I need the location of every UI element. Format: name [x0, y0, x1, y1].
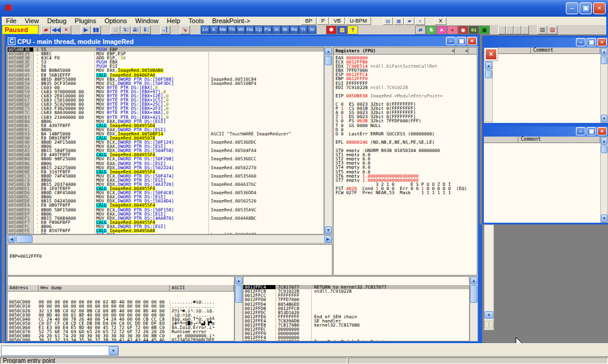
disasm-row[interactable]: 0050BEEF.8B06MOV EAX,DWORD PTR DS:[ESI] [8, 212, 324, 216]
view-button-pa[interactable]: Pa [263, 26, 272, 34]
execute-till-return-icon[interactable]: →▏ [160, 26, 170, 34]
stack-row[interactable]: 0012FFEC00000000 [243, 327, 469, 331]
disasm-row[interactable]: 0050BE56.C603 00MOV BYTE PTR DS:[EBX],0 [8, 86, 324, 90]
scrollbar[interactable]: ▼ ⣿ [484, 224, 494, 330]
disasm-row[interactable]: 0050BED1.E8 1E97F8FFCALL ImageRed.004955… [8, 186, 324, 191]
scroll-up-icon[interactable]: ▲ [235, 277, 242, 284]
minimize-button[interactable]: – [446, 37, 455, 45]
minimize-button[interactable]: – [576, 38, 585, 46]
menubar-close-button[interactable]: X [435, 17, 446, 25]
help-question-icon[interactable]: ? [347, 26, 358, 34]
scroll-thumb[interactable] [325, 56, 332, 65]
disasm-row[interactable]: 0050BE60.C683 2E010000 00MOV BYTE PTR DS… [8, 94, 324, 98]
disasm-row[interactable]: 0050BE75.C683 F3020000 00MOV BYTE PTR DS… [8, 106, 324, 110]
disasm-row[interactable]: 0050BE59.C683 97000000 00MOV BYTE PTR DS… [8, 90, 324, 94]
disasm-row[interactable]: 0050BE40.B8 B0BA5000MOV EAX,ImageRed.005… [8, 68, 324, 72]
disasm-row[interactable]: 0050BEFE.E8 8597F8FFCALL ImageRed.004956… [8, 229, 324, 233]
restore-button[interactable]: ▣ [457, 37, 466, 45]
disasm-row[interactable]: 0050BE83.C683 21040000 00MOV BYTE PTR DS… [8, 115, 324, 119]
scroll-up-icon[interactable]: ▲ [485, 62, 492, 69]
scroll-down-icon[interactable]: ▼ [484, 311, 493, 319]
stack-pane[interactable]: 0012FFC47C817077RETURN to kernel32.7C817… [243, 276, 470, 341]
close-icon[interactable]: × [484, 48, 498, 61]
dump-row[interactable]: 0050C040CC 24 40 00 78 26 40 00 54 2A 40… [8, 317, 234, 321]
pause-icon[interactable]: ▮▮ [91, 26, 101, 34]
calculator-icon[interactable]: ▦ [394, 17, 404, 25]
disasm-row[interactable]: 0050BEAB.E8 4497F8FFCALL ImageRed.004955… [8, 153, 324, 157]
cpu-window-titlebar[interactable]: C CPU - main thread, module ImageRed – ▣… [7, 36, 478, 46]
disasm-row[interactable]: 0050BEB8.8B15 24225000MOV EDX,DWORD PTR … [8, 166, 324, 170]
stack-row[interactable]: 0012FFD48054B6ED [243, 302, 469, 306]
view-button-sr[interactable]: Sr [308, 26, 316, 34]
scroll-up-icon[interactable]: ▲ [325, 48, 332, 55]
scrollbar[interactable]: ▲ ▼ [600, 48, 608, 123]
disasm-row[interactable]: 0050BE3E.53PUSH EBX [8, 60, 324, 64]
open-file-icon[interactable]: ▰ [41, 26, 51, 34]
assembler-icon[interactable]: A [436, 26, 447, 34]
close-icon[interactable]: × [597, 127, 607, 135]
console-icon[interactable]: ▪ [415, 17, 425, 25]
disasm-row[interactable]: 0050BE4A.8B1D 88F55000MOV EBX,DWORD PTR … [8, 77, 324, 81]
menu-item-file[interactable]: File [2, 17, 21, 25]
disasm-row[interactable]: 0050BEFC.8B06MOV EAX,DWORD PTR DS:[ESI] [8, 224, 324, 229]
disasm-row[interactable]: 0050BEE4.E8 0B97F8FFCALL ImageRed.004955… [8, 203, 324, 207]
animate-into-icon[interactable]: ⇊: [131, 26, 141, 34]
disasm-row[interactable]: 0050BE91.8B06MOV EAX,DWORD PTR DS:[ESI] [8, 128, 324, 132]
dump-pane[interactable]: AddressHex dumpASCII 0050C00000 00 00 00… [7, 276, 235, 341]
spiral-icon[interactable]: ◉ [458, 26, 468, 34]
stack-row[interactable]: 0012FFC87C910228ntdll.7C910228 [243, 289, 469, 293]
scroll-thumb[interactable] [601, 56, 607, 64]
menu-item-breakpoint[interactable]: BreakPoint-> [208, 17, 254, 25]
scrollbar[interactable]: ▲ [484, 61, 493, 122]
menu-item-view[interactable]: View [21, 17, 43, 25]
empty-button[interactable] [514, 26, 521, 34]
disasm-row[interactable]: 0050BEC3.8B0D 74F45000MOV ECX,DWORD PTR … [8, 174, 324, 178]
grid-icon[interactable]: ▦ [479, 26, 490, 34]
stack-row[interactable]: 0012FFE47C839AD8SE handler [243, 319, 469, 323]
comment-window-2-titlebar[interactable]: – ▣ × [484, 126, 608, 137]
view-button-br[interactable]: Br [281, 26, 290, 34]
stack-row[interactable]: 0012FFE0FFFFFFFFEnd of SEH chain [243, 315, 469, 319]
disasm-row[interactable]: 0050BE50.8B35 DCF35000MOV ESI,DWORD PTR … [8, 81, 324, 86]
command-input[interactable] [2, 346, 109, 355]
disasm-row[interactable]: 0050BE9D.8B0D 24F15000MOV ECX,DWORD PTR … [8, 140, 324, 144]
scroll-thumb[interactable] [601, 145, 607, 153]
record-icon[interactable]: ● [447, 26, 458, 34]
disasm-row[interactable]: 0050BE8A.8B06MOV EAX,DWORD PTR DS:[ESI] [8, 119, 324, 124]
view-button-e[interactable]: E [210, 26, 218, 34]
disasm-row[interactable]: 0050BE93.BA 14BF5000MOV EDX,ImageRed.005… [8, 132, 324, 136]
menubar-button-bp[interactable]: BP [301, 17, 316, 25]
dump-row[interactable]: 0050C00000 00 00 00 00 00 00 00 02 8D 40… [8, 300, 234, 304]
view-button-th[interactable]: Th [227, 26, 236, 34]
scroll-down-icon[interactable]: ▼ [325, 226, 332, 234]
stack-row[interactable]: 0012FFF400000000 [243, 335, 469, 340]
disasm-row[interactable]: 0050BE38$55PUSH EBP [8, 48, 324, 52]
view-button-st[interactable]: St [272, 26, 281, 34]
marked-notes-icon[interactable]: ▤ [547, 26, 558, 34]
menubar-button-u-bpm[interactable]: U-BPM [346, 17, 371, 25]
log-icon[interactable]: ▤ [383, 17, 393, 25]
disasm-row[interactable]: 0050BEDC.8B06MOV EAX,DWORD PTR DS:[ESI] [8, 195, 324, 199]
scroll-thumb[interactable] [16, 235, 33, 243]
dump-row[interactable]: 0050C02032 13 8B C0 02 00 8B C0 00 8D 40… [8, 309, 234, 313]
restart-icon[interactable]: ◀◀ [51, 26, 61, 34]
comment-window-1-titlebar[interactable]: – ▣ × [484, 37, 608, 48]
stack-row[interactable]: 0012FFC47C817077RETURN to kernel32.7C817… [243, 285, 469, 289]
scroll-thumb[interactable] [470, 285, 477, 303]
minimize-button[interactable]: – [566, 2, 578, 14]
binary-icon[interactable]: 01 [468, 26, 479, 34]
disasm-row[interactable]: 0050BE39.8BECMOV EBP,ESP [8, 52, 324, 56]
disasm-row[interactable]: 0050BEF7.E8 F896F8FFCALL ImageRed.004955… [8, 220, 324, 224]
disasm-row[interactable]: 0050BED6.8B0D C8F45000MOV ECX,DWORD PTR … [8, 191, 324, 195]
dump-row[interactable]: 0050C060E1 E3 00 E4 E5 8D 40 00 45 72 72… [8, 325, 234, 330]
menu-item-help[interactable]: Help [163, 17, 185, 25]
disasm-row[interactable]: 0050BEF1.8B15 70A84A00MOV EDX,DWORD PTR … [8, 216, 324, 220]
disasm-row[interactable]: 0050BEB0.8B0D 98F25000MOV ECX,DWORD PTR … [8, 157, 324, 161]
empty-button[interactable] [498, 26, 506, 34]
notes-icon[interactable]: ▤ [537, 26, 547, 34]
dump-scrollbar[interactable]: ▲ [235, 276, 243, 341]
step-into-icon[interactable]: ↓: [110, 26, 121, 34]
minimize-button[interactable]: – [576, 127, 585, 135]
view-button-ln[interactable]: Ln [201, 26, 210, 34]
disasm-row[interactable]: 0050BE8C.E8 4397F8FFCALL ImageRed.004955… [8, 124, 324, 128]
